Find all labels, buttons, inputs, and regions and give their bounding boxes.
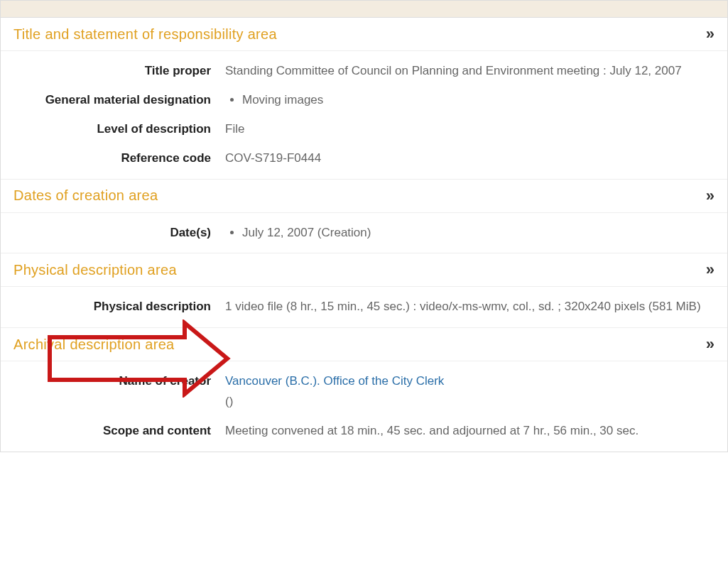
field-value: July 12, 2007 (Creation)	[219, 223, 727, 244]
field-row-refcode: Reference code COV-S719-F0444	[1, 144, 727, 179]
field-row-title-proper: Title proper Standing Committee of Counc…	[1, 51, 727, 86]
description-panel: Title and statement of responsibility ar…	[0, 17, 728, 452]
section-title: Title and statement of responsibility ar…	[13, 26, 277, 43]
field-label: General material designation	[1, 90, 219, 111]
section-title: Physical description area	[13, 262, 177, 278]
section-header-archival-area[interactable]: Archival description area »	[1, 328, 727, 361]
section-header-title-area[interactable]: Title and statement of responsibility ar…	[1, 18, 727, 51]
field-value: Standing Committee of Council on Plannin…	[219, 61, 727, 82]
field-label: Reference code	[1, 148, 219, 169]
top-strip	[0, 0, 728, 17]
field-label: Level of description	[1, 119, 219, 140]
field-row-physdesc: Physical description 1 video file (8 hr.…	[1, 287, 727, 327]
chevron-right-icon: »	[706, 25, 715, 43]
section-title: Archival description area	[13, 337, 175, 353]
field-value: File	[219, 119, 727, 140]
field-value: Vancouver (B.C.). Office of the City Cle…	[219, 371, 727, 412]
section-body-physical-area: Physical description 1 video file (8 hr.…	[1, 287, 727, 328]
section-header-dates-area[interactable]: Dates of creation area »	[1, 180, 727, 213]
chevron-right-icon: »	[706, 261, 715, 279]
section-title: Dates of creation area	[13, 187, 158, 204]
field-row-gmd: General material designation Moving imag…	[1, 86, 727, 115]
field-row-dates: Date(s) July 12, 2007 (Creation)	[1, 213, 727, 253]
field-label: Scope and content	[1, 421, 219, 442]
creator-suffix: ()	[225, 395, 233, 408]
section-body-dates-area: Date(s) July 12, 2007 (Creation)	[1, 213, 727, 254]
creator-link[interactable]: Vancouver (B.C.). Office of the City Cle…	[225, 374, 444, 388]
section-body-archival-area: Name of creator Vancouver (B.C.). Office…	[1, 361, 727, 452]
chevron-right-icon: »	[706, 335, 715, 354]
field-value: Moving images	[219, 90, 727, 111]
field-label: Name of creator	[1, 371, 219, 412]
field-value: 1 video file (8 hr., 15 min., 45 sec.) :…	[219, 297, 727, 317]
field-row-creator: Name of creator Vancouver (B.C.). Office…	[1, 361, 727, 417]
field-value: Meeting convened at 18 min., 45 sec. and…	[219, 421, 727, 442]
list-item: Moving images	[242, 90, 715, 111]
section-header-physical-area[interactable]: Physical description area »	[1, 253, 727, 287]
chevron-right-icon: »	[706, 187, 715, 205]
field-row-level: Level of description File	[1, 115, 727, 144]
section-body-title-area: Title proper Standing Committee of Counc…	[1, 51, 727, 180]
list-item: July 12, 2007 (Creation)	[242, 223, 715, 244]
field-row-scope: Scope and content Meeting convened at 18…	[1, 417, 727, 452]
field-value: COV-S719-F0444	[219, 148, 727, 169]
field-label: Physical description	[1, 297, 219, 317]
field-label: Date(s)	[1, 223, 219, 244]
field-label: Title proper	[1, 61, 219, 82]
